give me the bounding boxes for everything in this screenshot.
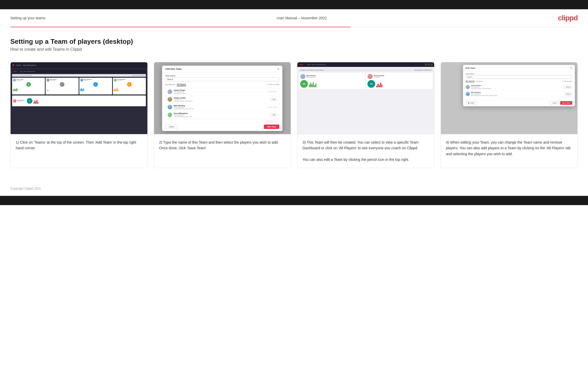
ss3-bar <box>312 84 313 87</box>
ss2-save-button[interactable]: Save Team <box>264 125 279 129</box>
ss4-player-1-details: Plus HandicapThe Shire London, United Ki… <box>471 86 563 89</box>
ss4-tabs: My Team (2) All Players Filter by name <box>466 80 572 82</box>
ss1-bar <box>16 88 17 91</box>
ss1-bar <box>83 88 84 91</box>
ss1-p2-top: Blair McHarg Plus Handicap <box>46 78 78 82</box>
card-1: Home My Performance ⋯ clippd Home · Team… <box>10 62 148 168</box>
ss4-team-name-input[interactable]: Team A <box>466 75 572 79</box>
ss2-player-2-club: 1 HandicapCentral London Golf Centre <box>174 99 269 102</box>
ss1-p3-bars <box>80 87 111 91</box>
ss1-player-card-3: Dave Billingham 1 Handicap 94 <box>79 78 112 94</box>
ss4-save-button[interactable]: Save Team <box>560 101 572 105</box>
card-3-description: 3) This Team will then be created. You c… <box>303 139 429 163</box>
ss2-tab-all-players[interactable]: All Players <box>177 83 186 86</box>
ss2-player-3-avatar <box>167 105 172 109</box>
ss4-player-2-remove-button[interactable]: Remove <box>564 92 572 95</box>
ss3-bar <box>377 84 379 87</box>
ss2-player-item-1: Adrian Player Plus HandicapThe Shire Lon… <box>165 88 279 96</box>
ss1-p5-bars <box>33 99 145 104</box>
ss3-p2-score: 72 <box>367 80 375 88</box>
ss2-team-name-label: Team Name * <box>165 75 279 77</box>
ss2-player-item-4: Dave Billingham 3.5 HandicapThe Dog Magi… <box>165 111 279 119</box>
ss2-team-name-input[interactable]: Team A <box>165 77 279 81</box>
ss3-nav-links: Home · Teams · My Performance <box>307 64 326 65</box>
ss2-filter-checkbox[interactable] <box>267 84 269 85</box>
ss2-tab-my-team[interactable]: My Team (2) <box>165 83 175 86</box>
ss1-bar <box>37 100 37 104</box>
ss1-p4-top: Dave Billingham 3.5 Handicap <box>114 78 145 82</box>
ss2-close-icon[interactable]: ✕ <box>277 68 279 71</box>
screenshot-edit-team-dialog: Edit Team ✕ Team Name * Team A My Team (… <box>441 62 578 134</box>
ss1-nav-more: ⋯ <box>144 64 145 66</box>
ss3-bar <box>381 84 382 87</box>
ss1-nav-teams: My Performance <box>23 64 36 66</box>
ss4-player-2-info: Blair McHarg Plus HandicapRoyal North De… <box>471 92 563 96</box>
ss1-p4-avatar <box>114 78 117 82</box>
ss4-trash-icon: 🗑 <box>468 102 469 104</box>
ss1-links: Home · Teams · My Performance <box>20 71 35 72</box>
card-2-text: 2) Type the name of this Team and then s… <box>154 134 291 168</box>
top-bar <box>0 0 588 9</box>
ss1-p1-score: 84 <box>26 82 31 87</box>
ss1-bar <box>38 102 38 104</box>
ss1-player-card-5: Richard Butler 2 Handicap 72 <box>12 95 146 106</box>
ss1-p4-club: 3.5 Handicap <box>117 80 125 81</box>
ss2-player-2-add-button[interactable]: Add <box>271 98 277 101</box>
cards-grid: Home My Performance ⋯ clippd Home · Team… <box>10 62 578 168</box>
ss4-filter-label: Filter by name <box>564 81 572 82</box>
ss3-logo: clippd <box>299 64 304 65</box>
ss4-tab-all-players[interactable]: All Players <box>476 80 483 82</box>
ss3-player-card-1: Blair McHarg Plus Handicap 94 <box>299 73 365 89</box>
ss2-dialog-header: Add New Team ✕ <box>162 66 282 73</box>
ss1-bar <box>82 89 83 91</box>
ss2-player-3-name: Blair McHarg <box>174 105 266 107</box>
ss2-dialog-body: Team Name * Team A My Team (2) All Playe… <box>162 73 282 121</box>
ss3-bar <box>379 85 380 87</box>
ss2-player-4-avatar <box>167 112 172 117</box>
ss1-p2-info: Blair McHarg Plus Handicap <box>50 79 56 81</box>
ss1-p3-info: Dave Billingham 1 Handicap <box>84 79 92 81</box>
ss4-player-1-avatar <box>466 85 470 89</box>
card-2-screenshot: Add New Team ✕ Team Name * Team A My Tea… <box>154 62 291 134</box>
card-4: Edit Team ✕ Team Name * Team A My Team (… <box>441 62 578 168</box>
ss4-player-2-details: Plus HandicapRoyal North Devon Golf Club… <box>471 93 563 96</box>
ss4-tab-my-team[interactable]: My Team (2) <box>466 80 474 82</box>
ss1-body: clippd Home · Teams · My Performance Vie… <box>11 68 147 108</box>
ss2-player-4-add-button[interactable]: Add <box>271 113 277 116</box>
ss4-dialog-footer: 🗑 Delete Cancel Save Team <box>463 99 575 106</box>
ss1-player-card-1: Adrian Coliba Plus Handicap 84 <box>12 78 45 94</box>
ss4-player-1-remove-button[interactable]: Remove <box>564 85 572 89</box>
card-4-text: 4) When editing your Team, you can chang… <box>441 134 578 168</box>
ss2-cancel-button[interactable]: Cancel <box>165 125 178 129</box>
ss1-p1-avatar <box>13 78 16 82</box>
ss1-p3-score: 94 <box>93 82 98 87</box>
ss2-dialog-footer: Cancel Save Team <box>162 122 282 131</box>
ss1-p3-avatar <box>80 78 83 82</box>
ss1-player-card-2: Blair McHarg Plus Handicap 0 <box>46 78 78 94</box>
ss1-nav: Home My Performance ⋯ <box>11 62 147 68</box>
ss2-player-2-info: Adrian Coliba 1 HandicapCentral London G… <box>174 97 269 102</box>
ss3-p1-score-row: 94 <box>300 80 364 88</box>
ss4-player-item-2: Blair McHarg Plus HandicapRoyal North De… <box>466 91 572 98</box>
ss1-p2-avatar <box>46 78 49 82</box>
ss4-player-2-avatar <box>466 92 470 96</box>
header-logo: clippd <box>558 14 578 22</box>
ss4-cancel-button[interactable]: Cancel <box>550 101 559 105</box>
ss4-filter-checkbox[interactable] <box>562 81 564 82</box>
ss3-team-controls: Player Details ▼ Add Team ✎ <box>414 69 431 71</box>
page-title: Setting up a Team of players (desktop) <box>10 38 578 46</box>
ss2-player-1-status: Player Added <box>268 91 277 92</box>
ss4-delete-button[interactable]: 🗑 Delete <box>466 101 477 105</box>
ss1-nav-home: Home <box>16 64 21 66</box>
ss2-player-list: Adrian Player Plus HandicapThe Shire Lon… <box>165 88 279 119</box>
card-1-text: 1) Click on 'Teams' at the top of the sc… <box>11 134 147 168</box>
ss4-close-icon[interactable]: ✕ <box>570 67 572 69</box>
ss1-bar <box>36 101 36 104</box>
ss1-p5-club: 2 Handicap <box>18 101 25 102</box>
ss2-player-1-club: Plus HandicapThe Shire London <box>174 91 266 94</box>
copyright-text: Copyright Clippd 2021 <box>10 187 41 190</box>
ss3-p1-score: 94 <box>300 80 308 88</box>
ss1-player-card-4: Dave Billingham 3.5 Handicap 78 <box>113 78 146 94</box>
ss3-players-area: Blair McHarg Plus Handicap 94 <box>299 73 433 89</box>
ss1-bar <box>48 90 49 91</box>
